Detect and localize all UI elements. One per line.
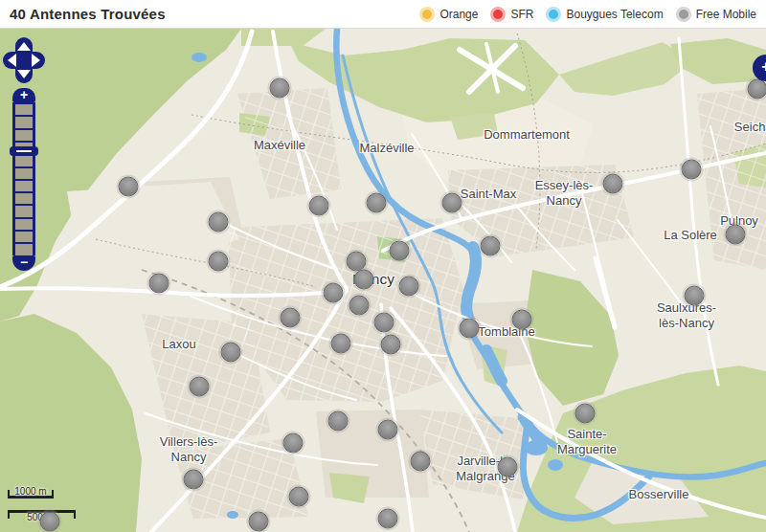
antenna-marker[interactable] — [221, 343, 241, 363]
antenna-marker[interactable] — [481, 236, 501, 256]
zoom-slider-handle[interactable] — [10, 146, 38, 156]
legend-label-bouygues: Bouygues Telecom — [566, 8, 663, 21]
pan-control — [3, 37, 45, 83]
antenna-marker[interactable] — [685, 286, 705, 306]
antenna-marker[interactable] — [270, 78, 290, 99]
antenna-marker[interactable] — [347, 252, 367, 272]
sfr-dot-icon — [490, 7, 506, 22]
legend-item-sfr[interactable]: SFR — [490, 7, 533, 22]
header: 40 Antennes Trouvées OrangeSFRBouygues T… — [0, 0, 766, 29]
antenna-marker[interactable] — [399, 277, 419, 297]
zoom-in-button[interactable]: + — [12, 88, 35, 102]
page-title: 40 Antennes Trouvées — [10, 6, 166, 22]
antenna-marker[interactable] — [354, 270, 374, 290]
handle-slit-icon — [16, 150, 32, 152]
zoom-out-button[interactable]: − — [12, 255, 35, 271]
zoom-slider: + − — [12, 88, 35, 271]
antenna-marker[interactable] — [324, 283, 344, 303]
antenna-marker[interactable] — [381, 335, 401, 355]
map-application: MaxévilleMalzévilleDommartemontSaint-Max… — [0, 0, 766, 532]
antenna-marker[interactable] — [289, 487, 309, 507]
antenna-marker[interactable] — [374, 313, 394, 333]
antenna-marker[interactable] — [378, 420, 398, 440]
antenna-marker[interactable] — [283, 433, 304, 454]
antenna-marker[interactable] — [184, 470, 204, 490]
map-canvas[interactable] — [0, 29, 766, 532]
antenna-marker[interactable] — [349, 296, 370, 316]
antenna-marker[interactable] — [209, 212, 229, 233]
antenna-marker[interactable] — [411, 452, 431, 472]
antenna-marker[interactable] — [726, 225, 746, 245]
antenna-marker[interactable] — [331, 334, 351, 354]
free-dot-icon — [676, 7, 691, 22]
legend-item-orange[interactable]: Orange — [419, 7, 478, 22]
antenna-marker[interactable] — [328, 411, 349, 432]
antenna-marker[interactable] — [209, 252, 229, 272]
antenna-marker[interactable] — [603, 174, 623, 194]
legend-item-free[interactable]: Free Mobile — [676, 7, 756, 22]
antenna-marker[interactable] — [512, 310, 532, 330]
antenna-marker[interactable] — [748, 79, 766, 100]
legend-label-orange: Orange — [439, 8, 478, 21]
scale-metric-label: 1000 m — [8, 486, 54, 497]
antenna-marker[interactable] — [40, 512, 60, 532]
antenna-marker[interactable] — [575, 404, 596, 424]
orange-dot-icon — [419, 7, 435, 22]
bouygues-dot-icon — [546, 7, 561, 22]
legend-item-bouygues[interactable]: Bouygues Telecom — [546, 7, 663, 22]
zoom-slider-track[interactable] — [12, 102, 35, 255]
legend-label-sfr: SFR — [510, 8, 533, 21]
antenna-marker[interactable] — [682, 160, 702, 180]
antenna-marker[interactable] — [390, 241, 410, 261]
legend: OrangeSFRBouygues TelecomFree Mobile — [419, 7, 756, 22]
antenna-marker[interactable] — [119, 177, 139, 197]
antenna-marker[interactable] — [309, 196, 329, 216]
antenna-marker[interactable] — [378, 509, 398, 529]
antenna-marker[interactable] — [498, 457, 518, 477]
antenna-marker[interactable] — [442, 193, 462, 213]
antenna-marker[interactable] — [190, 377, 210, 397]
antenna-marker[interactable] — [149, 274, 169, 294]
antenna-marker[interactable] — [460, 319, 480, 339]
legend-label-free: Free Mobile — [696, 8, 756, 21]
antenna-marker[interactable] — [249, 512, 269, 532]
antenna-marker[interactable] — [281, 308, 301, 328]
antenna-marker[interactable] — [367, 193, 387, 213]
